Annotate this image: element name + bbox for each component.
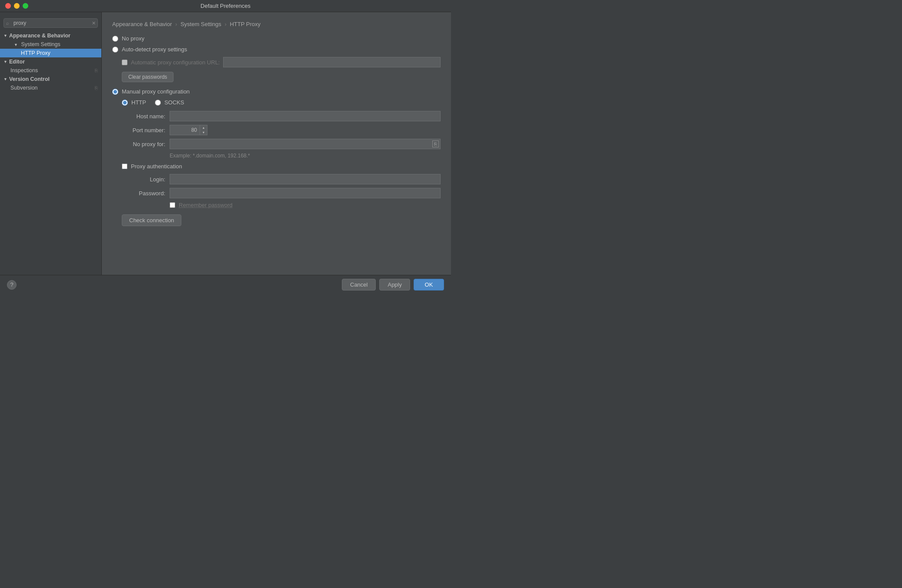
http-protocol-radio[interactable] bbox=[122, 100, 128, 106]
apply-button[interactable]: Apply bbox=[379, 279, 410, 291]
example-text: Example: *.domain.com, 192.168.* bbox=[170, 153, 441, 159]
expand-icon: ▼ bbox=[3, 33, 7, 38]
search-icon: ⌕ bbox=[6, 20, 9, 26]
sidebar-item-subversion[interactable]: Subversion ⎘ bbox=[0, 84, 101, 92]
search-clear-button[interactable]: ✕ bbox=[92, 20, 96, 26]
sidebar-item-inspections[interactable]: Inspections ⎘ bbox=[0, 66, 101, 75]
manual-proxy-radio[interactable] bbox=[112, 89, 118, 95]
copy-icon: ⎘ bbox=[95, 68, 98, 73]
no-proxy-row: No proxy bbox=[112, 35, 441, 42]
footer-right: Cancel Apply OK bbox=[342, 279, 444, 291]
main-layout: ⌕ ✕ ▼ Appearance & Behavior ▼ System Set… bbox=[0, 12, 451, 275]
password-label: Password: bbox=[122, 190, 165, 197]
sidebar-subsection-label: System Settings bbox=[21, 41, 60, 47]
host-name-label: Host name: bbox=[122, 113, 165, 120]
breadcrumb-part-1: Appearance & Behavior bbox=[112, 21, 172, 27]
content-panel: Appearance & Behavior › System Settings … bbox=[102, 12, 451, 275]
no-proxy-for-input[interactable] bbox=[170, 139, 441, 149]
http-radio-row: HTTP bbox=[122, 99, 146, 106]
login-row: Login: bbox=[122, 174, 441, 184]
port-decrement-button[interactable]: ▼ bbox=[200, 130, 207, 135]
breadcrumb-sep-2: › bbox=[224, 21, 228, 27]
auto-detect-label[interactable]: Auto-detect proxy settings bbox=[122, 46, 187, 53]
sidebar-item-appearance-behavior[interactable]: ▼ Appearance & Behavior bbox=[0, 31, 101, 40]
no-proxy-radio[interactable] bbox=[112, 36, 118, 42]
http-protocol-label[interactable]: HTTP bbox=[131, 99, 146, 106]
expand-icon: ▼ bbox=[3, 60, 7, 64]
socks-protocol-label[interactable]: SOCKS bbox=[164, 99, 184, 106]
auto-detect-radio[interactable] bbox=[112, 47, 118, 53]
search-input[interactable] bbox=[3, 18, 98, 28]
expand-icon: ▼ bbox=[14, 43, 18, 47]
search-box: ⌕ ✕ bbox=[3, 18, 98, 28]
remember-password-label[interactable]: Remember password bbox=[179, 202, 233, 208]
remember-password-row: Remember password bbox=[170, 202, 441, 208]
sidebar-item-system-settings[interactable]: ▼ System Settings bbox=[0, 40, 101, 49]
proxy-protocol-row: HTTP SOCKS bbox=[122, 99, 441, 106]
port-spinner: ▲ ▼ bbox=[200, 125, 207, 135]
manual-proxy-label[interactable]: Manual proxy configuration bbox=[122, 88, 190, 95]
port-input-wrap: ▲ ▼ bbox=[170, 125, 207, 135]
sidebar-section-label: Appearance & Behavior bbox=[9, 33, 70, 39]
clear-passwords-button[interactable]: Clear passwords bbox=[122, 72, 174, 82]
login-label: Login: bbox=[122, 176, 165, 183]
breadcrumb-part-3: HTTP Proxy bbox=[230, 21, 261, 27]
sidebar-section-label: Version Control bbox=[9, 76, 50, 82]
auto-detect-row: Auto-detect proxy settings bbox=[112, 46, 441, 53]
no-proxy-icon-button[interactable]: ⎘ bbox=[432, 140, 439, 147]
close-button[interactable] bbox=[5, 3, 11, 9]
window-title: Default Preferences bbox=[200, 3, 251, 9]
sidebar-item-label: HTTP Proxy bbox=[21, 50, 50, 56]
no-proxy-for-row: No proxy for: ⎘ bbox=[122, 139, 441, 149]
breadcrumb-part-2: System Settings bbox=[180, 21, 221, 27]
sidebar-item-label: Inspections bbox=[10, 67, 38, 74]
breadcrumb: Appearance & Behavior › System Settings … bbox=[112, 21, 441, 27]
minimize-button[interactable] bbox=[14, 3, 20, 9]
sidebar-item-http-proxy[interactable]: HTTP Proxy bbox=[0, 49, 101, 57]
no-proxy-input-wrap: ⎘ bbox=[170, 139, 441, 149]
port-increment-button[interactable]: ▲ bbox=[200, 125, 207, 130]
manual-proxy-header: Manual proxy configuration bbox=[112, 88, 441, 95]
sidebar-item-label: Subversion bbox=[10, 85, 38, 91]
sidebar-item-version-control[interactable]: ▼ Version Control bbox=[0, 75, 101, 84]
host-name-row: Host name: bbox=[122, 111, 441, 121]
title-bar: Default Preferences bbox=[0, 0, 451, 12]
no-proxy-for-label: No proxy for: bbox=[122, 141, 165, 147]
password-row: Password: bbox=[122, 188, 441, 198]
footer: ? Cancel Apply OK bbox=[0, 275, 451, 294]
auto-config-label: Automatic proxy configuration URL: bbox=[131, 59, 220, 66]
port-number-input[interactable] bbox=[170, 125, 200, 135]
remember-password-checkbox[interactable] bbox=[170, 202, 175, 208]
cancel-button[interactable]: Cancel bbox=[342, 279, 376, 291]
check-connection-button[interactable]: Check connection bbox=[122, 214, 181, 226]
proxy-auth-checkbox[interactable] bbox=[122, 164, 127, 169]
no-proxy-label[interactable]: No proxy bbox=[122, 35, 144, 42]
auto-config-input[interactable] bbox=[223, 57, 441, 67]
sidebar-item-editor[interactable]: ▼ Editor bbox=[0, 57, 101, 66]
ok-button[interactable]: OK bbox=[414, 279, 444, 291]
help-button[interactable]: ? bbox=[7, 280, 17, 290]
host-name-input[interactable] bbox=[170, 111, 441, 121]
sidebar: ⌕ ✕ ▼ Appearance & Behavior ▼ System Set… bbox=[0, 12, 102, 275]
proxy-auth-row: Proxy authentication bbox=[122, 163, 441, 170]
copy-icon-subversion: ⎘ bbox=[95, 85, 98, 90]
manual-proxy-section: Manual proxy configuration HTTP SOCKS Ho… bbox=[112, 88, 441, 208]
port-number-label: Port number: bbox=[122, 127, 165, 134]
port-number-row: Port number: ▲ ▼ bbox=[122, 125, 441, 135]
socks-radio-row: SOCKS bbox=[155, 99, 184, 106]
expand-icon: ▼ bbox=[3, 77, 7, 81]
login-input[interactable] bbox=[170, 174, 441, 184]
auto-config-checkbox[interactable] bbox=[122, 60, 127, 65]
window-controls[interactable] bbox=[5, 3, 28, 9]
breadcrumb-sep-1: › bbox=[175, 21, 179, 27]
footer-left: ? bbox=[7, 280, 17, 290]
proxy-auth-label[interactable]: Proxy authentication bbox=[131, 163, 182, 170]
maximize-button[interactable] bbox=[23, 3, 28, 9]
auto-config-row: Automatic proxy configuration URL: bbox=[122, 57, 441, 67]
sidebar-section-label: Editor bbox=[9, 59, 25, 65]
password-input[interactable] bbox=[170, 188, 441, 198]
socks-protocol-radio[interactable] bbox=[155, 100, 161, 106]
